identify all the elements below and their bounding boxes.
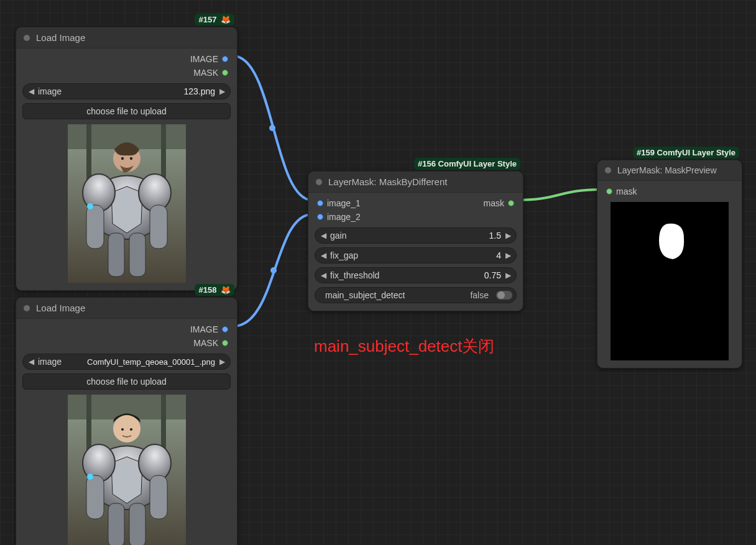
svg-point-26 [113, 415, 141, 442]
output-row-mask: MASK [22, 336, 231, 350]
fox-icon: 🦊 [221, 15, 231, 24]
svg-rect-24 [108, 503, 124, 545]
svg-rect-8 [86, 205, 104, 249]
output-row-image: IMAGE [22, 323, 231, 336]
svg-point-15 [87, 203, 93, 209]
toggle-pill-icon[interactable] [496, 291, 512, 300]
node-title: LayerMask: MaskPreview [617, 165, 717, 175]
node-badge: #156 ComfyUI Layer Style [414, 158, 520, 170]
image-combo[interactable]: ◀ image ComfyUI_temp_qeoea_00001_.png ▶ [22, 354, 231, 370]
fix-gap-widget[interactable]: ◀ fix_gap 4 ▶ [315, 247, 517, 263]
image-combo[interactable]: ◀ image 123.png ▶ [22, 83, 231, 99]
svg-rect-25 [129, 503, 145, 545]
node-titlebar[interactable]: LayerMask: MaskPreview [597, 160, 742, 181]
port-mask-in[interactable] [606, 188, 612, 195]
svg-rect-9 [150, 205, 167, 249]
port-image2-in[interactable] [317, 214, 323, 220]
node-badge: #158 🦊 [195, 284, 234, 296]
svg-rect-22 [86, 475, 104, 519]
mask-preview-image [611, 202, 729, 360]
chevron-left-icon[interactable]: ◀ [319, 271, 328, 280]
port-image1-in[interactable] [317, 200, 323, 206]
output-row-image: IMAGE [22, 52, 231, 66]
collapse-toggle-icon[interactable] [316, 179, 322, 185]
svg-point-27 [121, 428, 124, 431]
chevron-left-icon[interactable]: ◀ [27, 87, 35, 96]
collapse-toggle-icon[interactable] [24, 305, 30, 311]
port-image-out[interactable] [222, 56, 228, 62]
chevron-left-icon[interactable]: ◀ [319, 231, 328, 240]
node-title: LayerMask: MaskByDifferent [328, 176, 447, 187]
node-badge: #159 ComfyUI Layer Style [633, 147, 739, 158]
choose-file-button[interactable]: choose file to upload [22, 373, 231, 390]
chevron-left-icon[interactable]: ◀ [319, 251, 328, 260]
node-title: Load Image [36, 303, 85, 313]
node-mask-preview[interactable]: #159 ComfyUI Layer Style LayerMask: Mask… [597, 160, 742, 369]
node-load-image-2[interactable]: #158 🦊 Load Image IMAGE MASK ◀ image Com… [16, 297, 237, 545]
svg-point-13 [121, 157, 123, 160]
node-title: Load Image [36, 32, 85, 43]
collapse-toggle-icon[interactable] [605, 167, 611, 173]
chevron-right-icon[interactable]: ▶ [504, 271, 512, 280]
loaded-image-preview [68, 124, 186, 283]
svg-rect-10 [108, 233, 124, 277]
chevron-left-icon[interactable]: ◀ [27, 357, 35, 366]
node-id: #156 ComfyUI Layer Style [418, 159, 517, 168]
node-mask-by-different[interactable]: #156 ComfyUI Layer Style LayerMask: Mask… [308, 171, 523, 311]
choose-file-button[interactable]: choose file to upload [22, 103, 231, 119]
input-row-image2: image_2 [315, 210, 517, 224]
chevron-right-icon[interactable]: ▶ [218, 357, 226, 366]
node-badge: #157 🦊 [195, 14, 234, 25]
fox-icon: 🦊 [221, 285, 231, 295]
node-id: #157 [198, 15, 216, 24]
svg-point-14 [129, 157, 132, 160]
collapse-toggle-icon[interactable] [24, 35, 30, 41]
port-mask-out[interactable] [508, 200, 514, 206]
node-id: #158 [198, 285, 216, 295]
main-subject-detect-toggle[interactable]: main_subject_detect false [315, 287, 517, 303]
annotation-text: main_subject_detect关闭 [314, 336, 494, 357]
port-mask-out[interactable] [222, 340, 228, 346]
node-id: #159 ComfyUI Layer Style [637, 148, 735, 157]
node-titlebar[interactable]: Load Image [16, 27, 237, 48]
chevron-right-icon[interactable]: ▶ [504, 251, 512, 260]
svg-point-0 [269, 125, 275, 131]
node-titlebar[interactable]: Load Image [16, 298, 237, 319]
svg-rect-23 [150, 475, 167, 519]
svg-point-1 [270, 267, 277, 273]
svg-rect-11 [129, 233, 145, 277]
svg-point-29 [87, 474, 93, 480]
gain-widget[interactable]: ◀ gain 1.5 ▶ [315, 227, 517, 244]
chevron-right-icon[interactable]: ▶ [218, 87, 226, 96]
chevron-right-icon[interactable]: ▶ [504, 231, 512, 240]
fix-threshold-widget[interactable]: ◀ fix_threshold 0.75 ▶ [315, 267, 517, 283]
port-mask-out[interactable] [222, 70, 228, 76]
loaded-image-preview [68, 395, 186, 545]
port-image-out[interactable] [222, 326, 228, 332]
svg-point-28 [130, 428, 132, 431]
input-row-mask: mask [604, 185, 735, 198]
node-titlebar[interactable]: LayerMask: MaskByDifferent [308, 172, 523, 193]
node-load-image-1[interactable]: #157 🦊 Load Image IMAGE MASK ◀ image 123… [16, 27, 237, 291]
output-row-mask: MASK [22, 66, 231, 80]
